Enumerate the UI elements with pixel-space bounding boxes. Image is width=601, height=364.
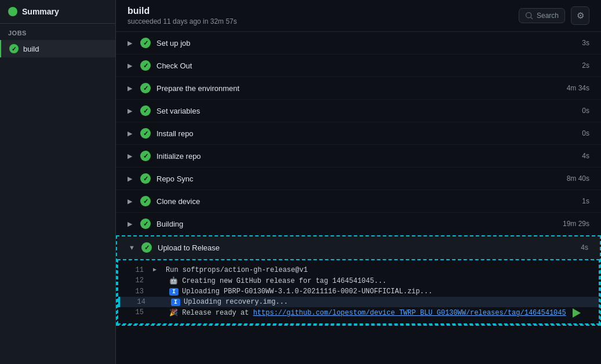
step-left: ▶ Clone device <box>128 196 200 206</box>
step-left: ▶ Set variables <box>128 105 200 116</box>
step-duration: 2s <box>582 61 589 70</box>
log-line-12: 12 🤖 Creating new GitHub release for tag… <box>118 275 599 286</box>
log-line-13: 13 I Uploading PBRP-G0130WW-3.1.0-202111… <box>118 286 599 297</box>
chevron-right-icon: ▶ <box>128 107 134 115</box>
step-row-repo-sync[interactable]: ▶ Repo Sync 8m 40s <box>116 168 601 190</box>
log-line-number: 11 <box>130 266 144 274</box>
step-row-set-variables[interactable]: ▶ Set variables 0s <box>116 100 601 122</box>
step-name: Repo Sync <box>156 174 194 183</box>
step-row-setup-job[interactable]: ▶ Set up job 3s <box>116 32 601 54</box>
step-row-checkout[interactable]: ▶ Check Out 2s <box>116 54 601 77</box>
log-line-15: 15 🎉 Release ready at https://github.com… <box>118 307 599 319</box>
jobs-section-label: Jobs <box>0 24 115 40</box>
log-badge-info: I <box>171 299 180 306</box>
search-icon <box>525 12 533 20</box>
log-text: Run softprops/action-gh-release@v1 <box>166 266 587 274</box>
chevron-right-icon: ▶ <box>128 175 134 183</box>
log-line-number: 15 <box>130 308 144 316</box>
log-line-number: 14 <box>132 298 145 306</box>
step-row-initialize-repo[interactable]: ▶ Initialize repo 4s <box>116 145 601 168</box>
search-box[interactable]: Search <box>519 8 565 23</box>
step-success-icon <box>141 242 152 253</box>
step-name: Check Out <box>156 61 192 70</box>
step-duration: 8m 40s <box>567 174 589 183</box>
settings-button[interactable]: ⚙ <box>571 6 589 25</box>
step-success-icon <box>140 128 151 139</box>
cursor-arrow-indicator <box>573 308 581 318</box>
log-line-number: 13 <box>130 287 144 296</box>
step-duration: 3s <box>582 39 589 47</box>
step-duration: 4m 34s <box>567 84 589 92</box>
step-left: ▶ Building <box>128 219 183 229</box>
step-name: Install repo <box>156 129 194 138</box>
release-link[interactable]: https://github.com/lopestom/device_TWRP_… <box>253 309 566 317</box>
step-left: ▶ Set up job <box>128 38 191 48</box>
log-text: I Uploading recovery.img... <box>171 298 587 306</box>
step-row-install-repo[interactable]: ▶ Install repo 0s <box>116 122 601 145</box>
step-duration: 4s <box>582 152 589 160</box>
chevron-right-icon: ▶ <box>128 62 134 70</box>
step-row-clone-device[interactable]: ▶ Clone device 1s <box>116 190 601 213</box>
log-text: I Uploading PBRP-G0130WW-3.1.0-20211116-… <box>169 287 587 296</box>
chevron-right-icon: ▶ <box>128 130 134 137</box>
topbar: build succeeded 11 days ago in 32m 57s S… <box>116 0 601 32</box>
chevron-right-icon: ▶ <box>128 220 134 228</box>
step-success-icon <box>140 219 151 229</box>
step-name: Set variables <box>156 107 200 115</box>
step-name: Initialize repo <box>156 152 201 161</box>
step-success-icon <box>140 60 151 71</box>
log-badge-info: I <box>169 288 179 296</box>
step-name: Prepare the environment <box>156 84 239 93</box>
step-name: Set up job <box>156 39 191 48</box>
step-left: ▶ Repo Sync <box>128 173 194 184</box>
chevron-right-icon: ▶ <box>128 198 134 205</box>
sidebar-header: Summary <box>0 0 115 24</box>
gear-icon: ⚙ <box>577 10 584 21</box>
step-duration: 4s <box>581 243 588 252</box>
log-expand-button[interactable]: ▶ <box>153 266 156 273</box>
step-success-icon <box>140 105 151 116</box>
step-duration: 0s <box>582 107 589 115</box>
steps-list: ▶ Set up job 3s ▶ Check Out 2s ▶ Prepare… <box>116 32 601 364</box>
step-row-upload-to-release[interactable]: ▼ Upload to Release 4s <box>117 236 600 259</box>
step-success-icon <box>140 196 151 206</box>
sidebar-item-build[interactable]: build <box>0 40 115 57</box>
chevron-right-icon: ▶ <box>128 39 134 47</box>
step-left: ▶ Prepare the environment <box>128 83 239 93</box>
log-line-14: 14 I Uploading recovery.img... <box>118 297 599 307</box>
step-left: ▶ Initialize repo <box>128 151 201 161</box>
step-name: Building <box>156 220 183 228</box>
step-row-prepare-env[interactable]: ▶ Prepare the environment 4m 34s <box>116 77 601 100</box>
summary-icon <box>8 7 17 16</box>
step-success-icon <box>140 173 151 184</box>
build-info: build succeeded 11 days ago in 32m 57s <box>128 6 237 26</box>
step-left: ▶ Check Out <box>128 60 192 71</box>
chevron-right-icon: ▶ <box>128 152 134 160</box>
job-name: build <box>23 45 39 53</box>
main-content: build succeeded 11 days ago in 32m 57s S… <box>116 0 601 364</box>
chevron-right-icon: ▶ <box>128 85 134 92</box>
step-success-icon <box>140 151 151 161</box>
job-success-icon <box>9 44 19 53</box>
step-duration: 1s <box>582 197 589 205</box>
log-text: 🎉 Release ready at https://github.com/lo… <box>169 308 587 318</box>
log-area: 11 ▶ Run softprops/action-gh-release@v1 … <box>117 259 600 325</box>
step-duration: 0s <box>582 129 589 137</box>
sidebar-title: Summary <box>22 7 59 16</box>
log-line-11: 11 ▶ Run softprops/action-gh-release@v1 <box>118 265 599 275</box>
expanded-step-container: ▼ Upload to Release 4s 11 ▶ Run softprop… <box>116 235 601 326</box>
step-name: Upload to Release <box>158 243 220 252</box>
step-duration: 19m 29s <box>563 220 589 228</box>
topbar-right: Search ⚙ <box>519 6 589 25</box>
step-left: ▶ Install repo <box>128 128 194 139</box>
search-label: Search <box>537 12 559 20</box>
build-subtitle: succeeded 11 days ago in 32m 57s <box>128 17 237 26</box>
log-text: 🤖 Creating new GitHub release for tag 14… <box>169 276 587 285</box>
log-line-number: 12 <box>130 276 144 285</box>
step-success-icon <box>140 83 151 93</box>
step-success-icon <box>140 38 151 48</box>
step-row-building[interactable]: ▶ Building 19m 29s <box>116 213 601 235</box>
step-name: Clone device <box>156 197 200 206</box>
chevron-down-icon: ▼ <box>129 244 136 251</box>
build-title: build <box>128 6 237 16</box>
